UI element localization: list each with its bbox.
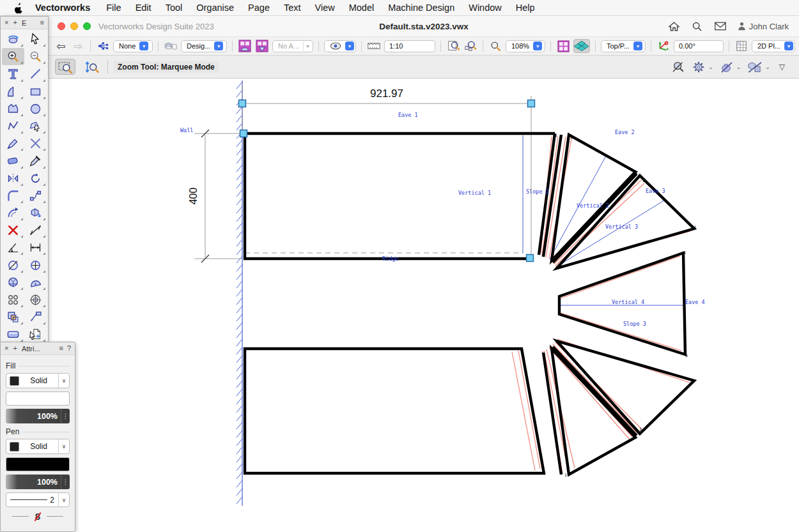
tool-mirror-tool[interactable] [2,170,24,187]
expand-palette-icon[interactable]: + [13,345,17,352]
unified-view-icon[interactable] [573,39,590,53]
tool-eyedropper-tool[interactable] [24,152,47,169]
menu-model[interactable]: Model [342,3,382,13]
dynamic-zoom-mode-button[interactable] [81,59,102,75]
apple-menu-icon[interactable] [9,3,28,13]
tool-rotate-tool[interactable] [24,170,47,187]
tool-hole-pattern-tool[interactable] [2,291,24,308]
tool-arc-tool[interactable] [2,83,24,100]
minimize-window-button[interactable] [70,22,78,30]
roof-panel[interactable] [245,133,555,259]
opacity-options-icon[interactable]: ⋮ [61,409,70,423]
close-window-button[interactable] [58,22,65,30]
tool-zoom-in-tool[interactable] [2,48,24,65]
plane-dropdown[interactable]: 2D Pl... ▾ [752,40,795,52]
fill-opacity-slider[interactable]: 100% ⋮ [6,409,70,423]
attributes-palette-header[interactable]: × + Attri... ≡ ? [1,342,75,355]
saved-views-icon[interactable] [96,39,110,53]
fill-style-dropdown[interactable]: Solid ∨ [6,373,70,388]
tool-zoom-out-tool[interactable] [24,48,47,65]
viewport-down-icon[interactable] [255,39,269,53]
render-off-icon[interactable] [720,60,734,74]
layer-scale-icon[interactable] [367,39,381,53]
menu-page[interactable]: Page [241,3,277,13]
tool-drawing-label-tool[interactable] [2,274,24,291]
close-palette-icon[interactable]: × [4,19,8,26]
palette-menu-icon[interactable]: ≡ [59,345,63,352]
fit-objects-icon[interactable] [463,39,477,53]
selection-handle[interactable] [239,100,246,107]
grid-settings-icon[interactable] [734,39,749,53]
palette-menu-icon[interactable]: ≡ [40,19,44,26]
tool-callout-tool[interactable] [24,308,47,326]
menu-vectorworks[interactable]: Vectorworks [28,3,99,13]
selection-handle[interactable] [527,255,534,262]
close-palette-icon[interactable]: × [4,345,8,352]
rotation-angle-field[interactable]: 0.00° [674,40,724,52]
surface-hatch-off-icon[interactable] [747,60,763,74]
tool-diameter-dimension-tool[interactable] [2,256,24,273]
tool-offset-tool[interactable] [2,204,24,222]
zoom-icon[interactable] [488,39,502,53]
search-icon[interactable] [692,20,703,32]
roof-panel[interactable] [557,341,694,434]
tool-titleblock-tool[interactable] [2,326,24,343]
scale-field[interactable]: 1:10 [384,40,435,52]
tool-text-tool[interactable] [2,65,24,82]
menu-organise[interactable]: Organise [189,3,241,13]
modebar-disclosure-icon[interactable]: ▽ [777,63,787,72]
viewport-up-icon[interactable] [238,39,252,53]
expand-palette-icon[interactable]: + [13,19,17,26]
fit-page-icon[interactable] [446,39,460,53]
zoom-window-button[interactable] [83,22,91,30]
tool-polyline-tool[interactable] [2,118,24,135]
rotation-axis-icon[interactable] [656,39,671,53]
tool-flyover-tool[interactable] [2,31,24,48]
tool-line-tool[interactable] [24,65,47,82]
opacity-options-icon[interactable]: ⋮ [61,475,70,489]
help-icon[interactable]: ? [67,345,71,352]
fill-color-well[interactable] [6,391,70,406]
zoom-line-thickness-icon[interactable] [671,60,685,74]
user-account[interactable]: John Clark [738,22,789,31]
design-layer-dropdown[interactable]: Desig... ▾ [181,40,227,52]
roof-panel[interactable] [557,176,694,268]
tool-protractor-tool[interactable] [24,274,47,291]
drawing-canvas[interactable]: 921.97400Eave 1WallVertical 1Slope 2Eave… [49,79,799,532]
line-weight-dropdown[interactable]: 2 ∨ [6,492,70,507]
tool-ellipse-tool[interactable] [24,100,47,118]
window-pane-icon[interactable] [556,39,570,53]
class-dropdown[interactable]: None ▾ [113,40,153,52]
marquee-zoom-mode-button[interactable] [55,59,75,75]
tool-freehand-tool[interactable] [2,135,24,152]
menu-machine-design[interactable]: Machine Design [381,3,462,13]
gear-icon[interactable] [692,60,706,74]
mail-icon[interactable] [715,20,726,32]
pen-style-dropdown[interactable]: Solid ∨ [6,439,70,454]
tool-linear-dimension-tool[interactable] [24,239,47,256]
tool-palette-header[interactable]: × + E ≡ [1,17,48,29]
menu-text[interactable]: Text [277,3,308,13]
menu-window[interactable]: Window [462,3,509,13]
tool-connect-tool[interactable] [24,187,47,204]
tool-duplicate-tool[interactable] [24,326,47,343]
tool-eraser-tool[interactable] [2,152,24,169]
tool-rectangle-tool[interactable] [24,83,47,100]
tool-fillet-tool[interactable] [2,187,24,204]
menu-view[interactable]: View [308,3,342,13]
tool-center-mark-tool[interactable] [24,256,47,273]
roof-panel[interactable] [552,349,635,475]
pen-color-well[interactable] [6,457,70,471]
roof-panel[interactable] [245,349,544,473]
view-dropdown[interactable]: Top/P... ▾ [601,40,646,52]
tool-delete-tool[interactable] [2,222,24,239]
tool-angle-dimension-tool[interactable] [2,239,24,256]
tool-tape-measure-tool[interactable] [24,222,47,239]
tool-snip-tool[interactable] [24,135,47,152]
selection-handle[interactable] [240,130,247,137]
roof-panel[interactable] [543,353,561,475]
layers-icon[interactable] [164,39,178,53]
tool-extract-tool[interactable] [24,204,47,222]
tool-selection-tool[interactable] [24,31,47,48]
home-icon[interactable] [669,20,680,32]
